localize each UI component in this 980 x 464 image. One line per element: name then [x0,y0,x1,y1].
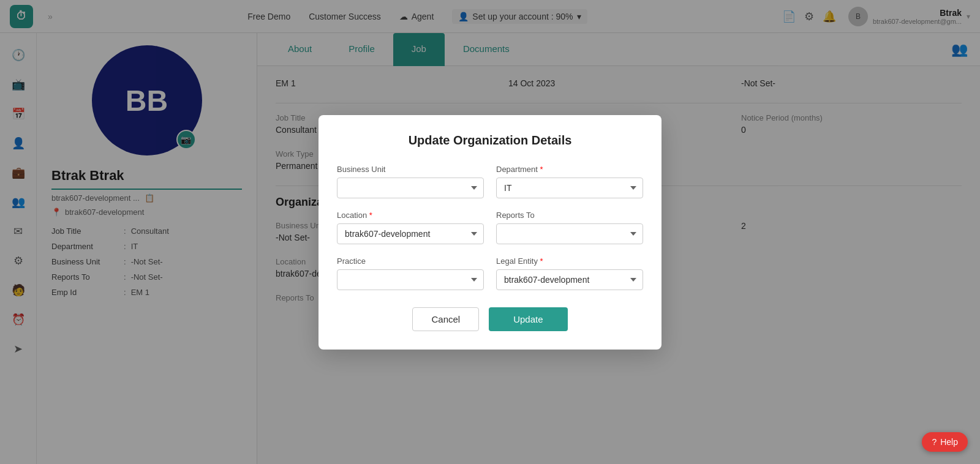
form-group-practice: Practice [337,256,484,290]
form-label-department: Department * [496,165,643,174]
cancel-button[interactable]: Cancel [412,307,479,331]
form-label-legal-entity: Legal Entity * [496,256,643,266]
location-select[interactable]: btrak607-development [337,223,484,244]
reports-to-select[interactable] [496,223,643,244]
modal-form: Business Unit Department * IT Lo [337,165,643,290]
form-label-business-unit: Business Unit [337,165,484,174]
form-label-location: Location * [337,211,484,220]
practice-select[interactable] [337,269,484,290]
modal-title: Update Organization Details [337,133,643,148]
modal-overlay[interactable]: Update Organization Details Business Uni… [0,0,980,464]
form-group-department: Department * IT [496,165,643,198]
form-group-legal-entity: Legal Entity * btrak607-development [496,256,643,290]
update-org-modal: Update Organization Details Business Uni… [318,115,662,350]
form-label-practice: Practice [337,256,484,266]
form-group-location: Location * btrak607-development [337,211,484,244]
business-unit-select[interactable] [337,178,484,198]
department-select[interactable]: IT [496,178,643,198]
form-label-reports-to: Reports To [496,211,643,220]
help-icon: ? [932,437,937,447]
help-button[interactable]: ? Help [922,432,968,452]
legal-entity-select[interactable]: btrak607-development [496,269,643,290]
form-group-business-unit: Business Unit [337,165,484,198]
modal-actions: Cancel Update [337,307,643,331]
update-button[interactable]: Update [489,307,567,331]
form-group-reports-to: Reports To [496,211,643,244]
